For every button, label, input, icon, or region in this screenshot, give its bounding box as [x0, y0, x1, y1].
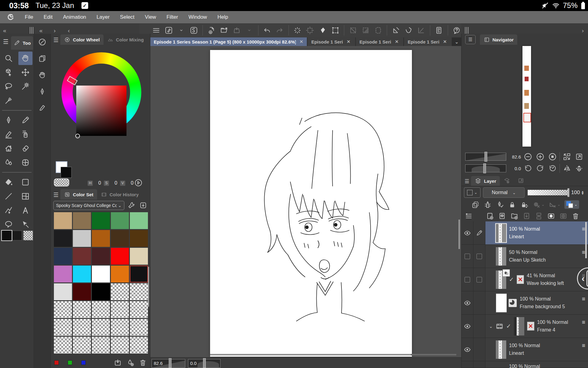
color-swatch[interactable] — [54, 248, 72, 265]
layer-row[interactable]: 100 % Normal Lineart≡ — [462, 338, 588, 361]
collapse-icon[interactable]: ‹ — [68, 28, 70, 33]
fill-tool[interactable] — [2, 175, 16, 189]
layer-row-menu-icon[interactable]: ≡ — [582, 342, 585, 349]
menu-help[interactable]: Help — [212, 11, 233, 23]
navigator-viewport[interactable] — [523, 113, 531, 122]
v-value[interactable]: 0 — [128, 180, 134, 186]
color-swatch[interactable] — [130, 212, 148, 229]
color-swatch[interactable] — [92, 266, 110, 282]
text-tool[interactable] — [18, 204, 32, 217]
color-swatch[interactable] — [73, 212, 91, 229]
new-layer-folder-icon[interactable] — [510, 212, 518, 220]
decoration-tool[interactable] — [2, 142, 16, 155]
color-swatch[interactable] — [130, 266, 148, 282]
delete-layer-icon[interactable] — [571, 212, 580, 220]
tab-color-set[interactable]: Color Set — [60, 189, 97, 200]
color-swatch[interactable] — [130, 337, 148, 354]
h-value[interactable]: 0 — [96, 180, 101, 186]
color-swatch[interactable] — [92, 337, 110, 354]
transform-button[interactable] — [331, 26, 340, 35]
layer-edit-checkbox[interactable] — [477, 277, 482, 282]
palette-dropdown[interactable]: ⌄ — [464, 187, 481, 198]
chev-button[interactable] — [177, 26, 186, 35]
save-button[interactable] — [232, 26, 241, 35]
layer-visibility-checkbox[interactable] — [465, 254, 470, 259]
kite-button[interactable] — [318, 26, 327, 35]
edit-color-set-icon[interactable] — [127, 201, 136, 209]
layer-row[interactable]: 100 % Normal — [462, 361, 588, 368]
quick-pen-button[interactable] — [34, 83, 51, 100]
selx2-button[interactable] — [361, 26, 370, 35]
color-swatch[interactable] — [54, 283, 72, 300]
tab-navigator[interactable]: Navigator — [480, 34, 517, 45]
menu-view[interactable]: View — [140, 11, 161, 23]
export-swatch-icon[interactable] — [114, 358, 122, 367]
zoom-out-button[interactable] — [523, 151, 533, 162]
collapse-left2-icon[interactable]: « — [40, 28, 43, 33]
color-set-select[interactable]: Spooky Scary Ghoul College Color Set ⌄ — [53, 201, 124, 210]
flip-horizontal-button[interactable] — [562, 163, 572, 174]
new-raster-layer-icon[interactable] — [486, 212, 494, 220]
expand-right-dock-icon[interactable]: › — [582, 28, 584, 33]
rotate-right-button[interactable] — [535, 163, 545, 174]
color-swatch[interactable] — [73, 230, 91, 247]
move-tool[interactable] — [18, 66, 32, 79]
canvas-page[interactable] — [210, 50, 412, 357]
enable-mask-button[interactable]: ⌄ — [533, 201, 545, 209]
eraser-tool[interactable] — [18, 142, 32, 155]
layer-opacity-slider[interactable] — [528, 190, 569, 195]
tab-color-history[interactable]: Color History — [97, 189, 142, 200]
color-swatch[interactable] — [111, 230, 129, 247]
menu-edit[interactable]: Edit — [38, 11, 58, 23]
new-vector-layer-icon[interactable] — [498, 212, 506, 220]
zoom-tool[interactable] — [2, 52, 16, 65]
navigator-menu-icon[interactable]: ☰ — [465, 35, 476, 44]
navigator-preview[interactable] — [522, 46, 531, 147]
import-color-set-icon[interactable] — [139, 201, 147, 209]
transparent-color-chip[interactable] — [23, 231, 33, 240]
operation-tool[interactable] — [2, 66, 16, 79]
color-swatch[interactable] — [92, 230, 110, 247]
sub-color-chip[interactable] — [12, 231, 22, 240]
layer-row[interactable]: 50 % Normal Clean Up Sketch≡ — [462, 245, 588, 268]
quick-brush-button[interactable] — [34, 100, 51, 117]
csp-button[interactable] — [189, 26, 198, 35]
selx1-button[interactable] — [349, 26, 357, 35]
color-swatch[interactable] — [130, 319, 148, 336]
apply-mask-icon[interactable] — [559, 212, 567, 220]
close-tab-icon[interactable]: ✕ — [300, 39, 303, 44]
lock-layer-icon[interactable] — [508, 201, 516, 209]
newdoc-button[interactable] — [207, 26, 216, 35]
panel-grip-right[interactable] — [465, 27, 469, 34]
main-color-chip[interactable] — [1, 230, 12, 241]
color-swatch[interactable] — [73, 301, 91, 318]
zoom-slider-handle[interactable] — [169, 358, 172, 368]
layer-thumbnail[interactable] — [496, 224, 506, 242]
opacity-handle[interactable] — [567, 188, 569, 197]
color-swatch[interactable] — [111, 337, 129, 354]
help-button[interactable] — [452, 26, 461, 35]
layer-row-menu-icon[interactable]: ≡ — [582, 319, 585, 326]
airbrush-tool[interactable] — [18, 128, 32, 141]
chev-button[interactable] — [245, 26, 254, 35]
wand-tool[interactable] — [18, 80, 32, 93]
s-value[interactable]: 0 — [112, 180, 117, 186]
opacity-spinner[interactable]: ▲▼ — [581, 190, 584, 195]
blend-tool[interactable] — [2, 156, 16, 169]
snapcurve-button[interactable] — [404, 26, 413, 35]
close-tab-icon[interactable]: ✕ — [443, 39, 447, 44]
reselect-button[interactable] — [306, 26, 315, 35]
layer-row[interactable]: 100 % Normal Lineart≡ — [462, 221, 588, 245]
h-scrollbar[interactable] — [210, 354, 456, 355]
layer-row[interactable]: ✓✕41 % Normal Wave looking left≡ — [462, 268, 588, 291]
color-swatch[interactable] — [111, 212, 129, 229]
sv-cursor[interactable] — [75, 134, 80, 138]
fit-to-screen-button[interactable] — [562, 151, 572, 162]
transfer-to-lower-layer-icon[interactable] — [522, 212, 531, 220]
folder-expand-icon[interactable]: ⌄ — [489, 324, 493, 329]
sv-square[interactable] — [76, 86, 126, 136]
color-swatch[interactable] — [111, 319, 129, 336]
snapruler-button[interactable] — [391, 26, 400, 35]
blue-channel-chip[interactable] — [81, 360, 86, 365]
color-swatch[interactable] — [92, 212, 110, 229]
